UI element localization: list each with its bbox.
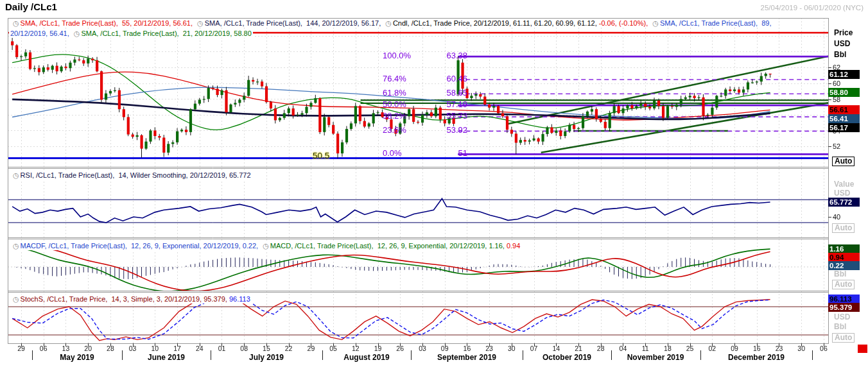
axis-badge-price: 56.61	[828, 105, 860, 114]
axis-day-label: 20	[84, 345, 92, 352]
axis-day-label: 28	[597, 345, 605, 352]
axis-badge-stoch: 96.113	[828, 295, 860, 303]
support-level-label: 50.5	[313, 151, 329, 160]
axis-day-label: 09	[441, 345, 449, 352]
legend-text: SMA, /CLc1, Trade Price(Last), 21, 20/12…	[81, 29, 251, 38]
fib-price: 57.19	[446, 99, 467, 109]
legend-text: 96.113	[229, 295, 250, 303]
axis-day-label: 03	[419, 345, 426, 352]
axis-unit-macd: Bbl	[834, 269, 846, 278]
axis-unit-rsi: USD	[834, 189, 850, 198]
date-range-label: 25/04/2019 - 06/01/2020 (NYC)	[761, 4, 864, 12]
series-clock-icon: ◷	[263, 241, 269, 250]
axis-badge-price: 56.17	[828, 123, 860, 132]
axis-day-label: 06	[40, 345, 48, 352]
legend-text: -0.06, (-0.10%),	[599, 19, 650, 28]
fib-price: 55.73	[446, 111, 467, 121]
auto-scale-button-stoch[interactable]: Auto	[832, 333, 855, 343]
axis-day-label: 12	[352, 345, 360, 352]
legend-macd[interactable]: ◷MACDF, /CLc1, Trade Price(Last), 12, 26…	[9, 241, 521, 250]
legend-text: MACD, /CLc1, Trade Price(Last), 12, 26, …	[270, 241, 507, 250]
legend-text: SMA, /CLc1, Trade Price(Last), 89,	[660, 19, 772, 28]
fib-pct: 50.0%	[383, 99, 406, 109]
axis-day-label: 18	[664, 345, 672, 352]
legend-price-row2[interactable]: 20/12/2019, 56.41, ◷SMA, /CLc1, Trade Pr…	[9, 29, 253, 38]
axis-day-label: 24	[196, 345, 204, 352]
legend-text: SMA, /CLc1, Trade Price(Last), 55, 20/12…	[21, 19, 195, 28]
legend-text: Cndl, /CLc1, Trade Price, 20/12/2019, 61…	[393, 19, 599, 28]
legend-text: MACDF, /CLc1, Trade Price(Last), 12, 26,…	[21, 241, 261, 250]
fib-pct: 0.0%	[383, 148, 402, 158]
fib-level-row: 50.0%57.19	[383, 99, 467, 109]
axis-day-label: 19	[374, 345, 382, 352]
axis-day-label: 05	[329, 345, 337, 352]
series-clock-icon: ◷	[13, 295, 19, 303]
fib-price: 58.65	[446, 88, 467, 98]
fib-price: 53.92	[446, 125, 467, 135]
axis-day-label: 06	[820, 345, 828, 352]
axis-day-label: 16	[464, 345, 471, 352]
page-title: Daily /CLc1	[5, 1, 57, 12]
axis-month-label: May 2019	[60, 353, 94, 362]
fib-level-row: 38.2%55.73	[383, 111, 467, 121]
axis-unit-price: USD	[834, 39, 850, 48]
axis-badge-macd: 0.22	[828, 261, 860, 270]
axis-day-label: 15	[263, 345, 270, 352]
axis-badge-rsi: 65.772	[828, 198, 860, 207]
axis-day-label: 30	[797, 345, 805, 352]
axis-day-label: 26	[396, 345, 404, 352]
axis-day-label: 14	[552, 345, 560, 352]
fib-pct: 23.6%	[383, 125, 406, 135]
legend-text: RSI, /CLc1, Trade Price(Last), 14, Wilde…	[21, 171, 251, 180]
fib-pct: 61.8%	[383, 88, 406, 98]
axis-badge-macd: 0.94	[828, 253, 860, 262]
axis-day-label: 16	[753, 345, 761, 352]
fib-pct: 100.0%	[383, 51, 411, 60]
axis-month-label: December 2019	[728, 353, 785, 362]
axis-day-label: 25	[686, 345, 694, 352]
axis-day-label: 28	[107, 345, 114, 352]
axis-badge-macd: 1.16	[828, 244, 860, 253]
legend-stoch[interactable]: ◷StochS, /CLc1, Trade Price, 14, 3, Simp…	[9, 295, 252, 303]
axis-day-label: 02	[708, 345, 716, 352]
axis-day-label: 01	[218, 345, 226, 352]
axis-badge-price: 61.12	[828, 70, 860, 79]
legend-text: StochS, /CLc1, Trade Price, 14, 3, Simpl…	[21, 295, 229, 303]
axis-day-label: 03	[129, 345, 137, 352]
axis-month-label: November 2019	[627, 353, 684, 362]
fib-level-row: 23.6%53.92	[383, 125, 467, 135]
auto-scale-button-rsi[interactable]: Auto	[832, 223, 855, 233]
auto-scale-button-price[interactable]: Auto	[832, 157, 855, 166]
legend-price-row1[interactable]: ◷SMA, /CLc1, Trade Price(Last), 55, 20/1…	[9, 19, 773, 28]
axis-day-label: 04	[620, 345, 627, 352]
fib-level-row: 100.0%63.38	[383, 51, 467, 60]
axis-day-label: 07	[530, 345, 538, 352]
fib-pct: 76.4%	[383, 74, 406, 83]
axis-day-label: 23	[485, 345, 493, 352]
auto-scale-button-macd[interactable]: Auto	[832, 280, 855, 289]
axis-unit-rsi: Value	[834, 180, 854, 189]
axis-month-label: June 2019	[148, 353, 185, 362]
chart-window: Daily /CLc1 25/04/2019 - 06/01/2020 (NYC…	[0, 0, 868, 376]
axis-day-label: 23	[776, 345, 783, 352]
fib-level-row: 61.8%58.65	[383, 88, 467, 98]
series-clock-icon: ◷	[13, 19, 19, 28]
series-clock-icon: ◷	[13, 171, 19, 180]
legend-text: SMA, /CLc1, Trade Price(Last), 144, 20/1…	[205, 19, 383, 28]
legend-rsi[interactable]: ◷RSI, /CLc1, Trade Price(Last), 14, Wild…	[9, 171, 252, 180]
axis-tick-price: 60	[833, 79, 840, 88]
series-clock-icon: ◷	[74, 29, 80, 38]
axis-unit-stoch: USD	[834, 312, 850, 321]
axis-month-label: September 2019	[437, 353, 496, 362]
axis-day-label: 17	[173, 345, 181, 352]
fib-price: 51	[458, 148, 467, 158]
legend-text: 20/12/2019, 56.41,	[10, 29, 71, 38]
red-corner-button[interactable]	[858, 345, 867, 353]
fib-price: 60.46	[446, 74, 467, 83]
fib-level-row: 76.4%60.46	[383, 74, 467, 83]
axis-month-label: July 2019	[249, 353, 284, 362]
axis-day-label: 21	[575, 345, 582, 352]
axis-day-label: 08	[240, 345, 248, 352]
axis-day-label: 10	[151, 345, 159, 352]
legend-text: 0.94	[507, 241, 520, 250]
